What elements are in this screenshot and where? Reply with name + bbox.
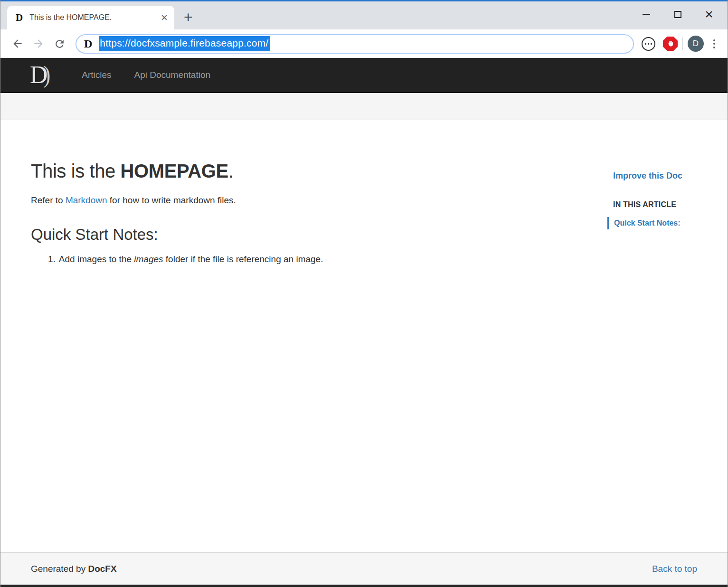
window-bottom-border — [0, 585, 728, 587]
site-footer: Generated by DocFX Back to top — [0, 552, 728, 585]
list-marker: 1. — [48, 254, 56, 264]
toolbar-divider — [682, 38, 683, 50]
logo-arc: ) — [44, 63, 51, 87]
adblock-hand-extension-icon[interactable] — [663, 37, 678, 51]
back-to-top-link[interactable]: Back to top — [652, 564, 697, 574]
browser-menu-button[interactable] — [707, 39, 722, 48]
toc-item-quick-start-notes[interactable]: Quick Start Notes: — [607, 217, 707, 229]
tab-favicon-icon: D — [16, 12, 23, 24]
maximize-button[interactable] — [662, 2, 693, 26]
window-controls: × — [631, 2, 725, 26]
forward-arrow-icon — [32, 38, 45, 50]
article-content: This is the HOMEPAGE. Refer to Markdown … — [0, 120, 728, 552]
nav-link-articles[interactable]: Articles — [70, 70, 123, 80]
page-viewport: D) Articles Api Documentation This is th… — [0, 58, 728, 585]
back-button[interactable] — [7, 33, 28, 54]
docfx-brand: DocFX — [88, 564, 116, 574]
browser-toolbar: D https://docfxsample.firebaseapp.com/ D — [0, 29, 728, 58]
article-main-column: This is the HOMEPAGE. Refer to Markdown … — [0, 120, 390, 265]
intro-paragraph: Refer to Markdown for how to write markd… — [31, 195, 390, 206]
address-bar[interactable]: D https://docfxsample.firebaseapp.com/ — [76, 34, 634, 54]
site-favicon-icon: D — [84, 38, 92, 50]
tab-strip: D This is the HOMEPAGE. × + × — [0, 1, 728, 29]
hand-icon — [667, 40, 674, 47]
extensions-area — [639, 37, 681, 51]
privacy-circles-extension-icon[interactable] — [642, 37, 655, 51]
in-this-article-heading: IN THIS ARTICLE — [607, 200, 707, 209]
reload-icon — [54, 38, 66, 50]
url-text-selected: https://docfxsample.firebaseapp.com/ — [99, 36, 270, 51]
site-navbar: D) Articles Api Documentation — [0, 58, 728, 93]
tab-close-icon[interactable]: × — [161, 12, 168, 23]
forward-button[interactable] — [28, 33, 49, 54]
browser-window: D This is the HOMEPAGE. × + × D https://… — [0, 0, 728, 587]
footer-generated-text: Generated by DocFX — [31, 564, 117, 574]
markdown-link[interactable]: Markdown — [66, 195, 107, 205]
nav-link-api-documentation[interactable]: Api Documentation — [123, 70, 222, 80]
close-window-button[interactable]: × — [693, 2, 725, 26]
section-heading: Quick Start Notes: — [31, 226, 390, 244]
minimize-icon — [643, 14, 650, 15]
breadcrumb-bar — [0, 93, 728, 120]
page-title: This is the HOMEPAGE. — [31, 161, 390, 182]
browser-tab[interactable]: D This is the HOMEPAGE. × — [7, 6, 174, 29]
maximize-icon — [674, 11, 681, 18]
close-icon: × — [705, 7, 713, 21]
back-arrow-icon — [11, 38, 24, 50]
article-affix-sidebar: Improve this Doc IN THIS ARTICLE Quick S… — [607, 171, 707, 229]
reload-button[interactable] — [49, 33, 70, 54]
kebab-icon — [713, 39, 715, 41]
list-item: 1.Add images to the images folder if the… — [31, 254, 390, 265]
new-tab-button[interactable]: + — [184, 9, 193, 25]
profile-avatar[interactable]: D — [688, 36, 704, 52]
improve-this-doc-link[interactable]: Improve this Doc — [607, 171, 707, 181]
navbar-links: Articles Api Documentation — [70, 70, 222, 80]
minimize-button[interactable] — [631, 2, 662, 26]
docfx-logo[interactable]: D) — [30, 63, 50, 87]
tab-title: This is the HOMEPAGE. — [29, 13, 154, 22]
